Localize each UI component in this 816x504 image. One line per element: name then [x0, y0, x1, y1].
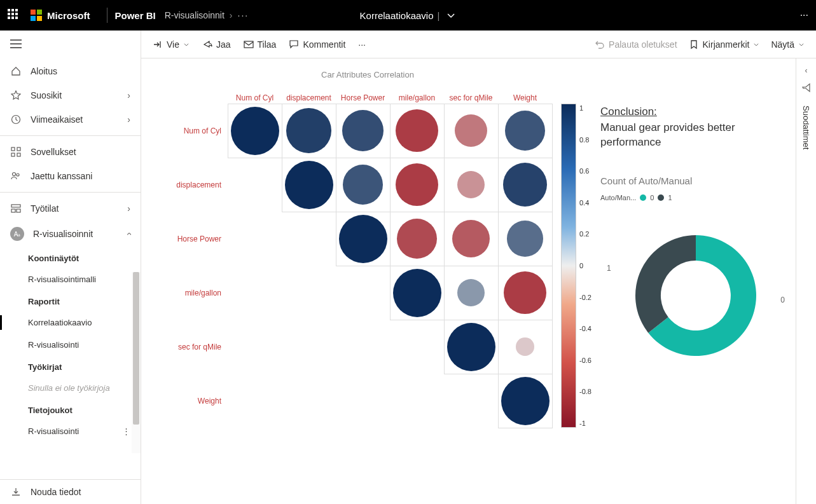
chevron-down-icon: [798, 39, 805, 50]
corr-col-label: Num of Cyl: [228, 88, 282, 104]
comment-icon: [289, 39, 299, 50]
report-title: Korrelaatiokaavio: [360, 10, 434, 21]
chevron-right-icon: ›: [127, 90, 130, 100]
nav-home[interactable]: Aloitus: [0, 59, 141, 83]
corr-dot: [447, 323, 495, 371]
chevron-down-icon[interactable]: [446, 10, 456, 20]
svg-rect-0: [31, 10, 36, 15]
corr-cell: [282, 158, 336, 212]
svg-rect-7: [11, 153, 15, 156]
download-icon: [10, 486, 22, 498]
nav-workspaces[interactable]: Työtilat ›: [0, 196, 141, 221]
nav-report-item[interactable]: R-visualisointi: [0, 334, 141, 356]
nav-report-item-selected[interactable]: Korrelaatiokaavio: [0, 311, 141, 334]
corr-dot: [396, 163, 439, 207]
people-icon: [10, 170, 22, 182]
nav-recent[interactable]: Viimeaikaiset ›: [0, 107, 141, 132]
breadcrumb-workspace[interactable]: R-visualisoinnit: [165, 10, 225, 20]
corr-dot: [286, 108, 331, 153]
nav-sidebar: Aloitus Suosikit › Viimeaikaiset › Sovel…: [0, 31, 141, 504]
corr-col-label: sec for qMile: [444, 88, 498, 104]
correlation-grid: Num of CyldisplacementHorse Powermile/ga…: [158, 88, 552, 428]
corr-cell: [444, 104, 499, 158]
nav-favorites[interactable]: Suosikit ›: [0, 83, 141, 107]
corr-cell: [444, 212, 499, 266]
corr-cell: [498, 104, 553, 158]
corr-col-label: displacement: [282, 88, 336, 104]
corr-dot: [501, 377, 550, 425]
chevron-left-icon[interactable]: ‹: [805, 66, 808, 75]
chevron-down-icon: [753, 39, 759, 50]
donut-callout-0: 0: [780, 296, 785, 304]
filter-icon: [801, 83, 812, 93]
clock-icon: [10, 114, 22, 125]
corr-cell: [444, 158, 499, 212]
share-button[interactable]: Jaa: [202, 39, 231, 50]
svg-rect-3: [37, 16, 42, 21]
chevron-right-icon: ›: [230, 10, 233, 20]
filters-label: Suodattimet: [801, 106, 811, 149]
nav-home-label: Aloitus: [31, 66, 57, 76]
svg-rect-11: [11, 205, 20, 207]
report-title-area[interactable]: Korrelaatiokaavio |: [360, 10, 457, 21]
svg-rect-5: [11, 147, 15, 151]
sidebar-scrollbar[interactable]: [132, 272, 141, 453]
undo-icon: [595, 39, 605, 50]
global-header: Microsoft Power BI R-visualisoinnit › ··…: [0, 0, 816, 31]
home-icon: [10, 65, 22, 77]
bookmarks-button[interactable]: Kirjanmerkit: [689, 39, 760, 50]
corr-row-label: Num of Cyl: [158, 104, 228, 158]
nav-dataset-item[interactable]: R-visualisointi ⋮: [0, 420, 141, 442]
corr-dot: [505, 111, 546, 151]
subscribe-button[interactable]: Tilaa: [244, 39, 277, 50]
header-more-button[interactable]: ···: [800, 10, 808, 21]
share-icon: [202, 39, 212, 50]
mail-icon: [244, 39, 254, 50]
nav-get-data[interactable]: Nouda tiedot: [0, 479, 141, 504]
nav-dashboard-item[interactable]: R-visualisointimalli: [0, 268, 141, 290]
nav-current-workspace-label: R-visualisoinnit: [33, 229, 93, 239]
corr-cell: [336, 104, 391, 158]
nav-toggle-button[interactable]: [0, 31, 141, 59]
corr-cell: [282, 104, 336, 158]
legend-swatch-0: [640, 194, 646, 201]
donut-chart[interactable]: 0 1: [619, 219, 772, 372]
nav-shared[interactable]: Jaettu kanssani: [0, 164, 141, 188]
correlation-visual[interactable]: Car Attributes Correlation Num of Cyldis…: [158, 70, 577, 504]
export-button[interactable]: Vie: [153, 39, 190, 50]
nav-apps[interactable]: Sovellukset: [0, 140, 141, 164]
corr-cell: [498, 212, 553, 266]
comments-button[interactable]: Kommentit: [289, 39, 345, 50]
main-content: Vie Jaa Tilaa Kommentit ··· Palauta olet…: [141, 31, 816, 504]
corr-dot: [342, 110, 384, 152]
donut-slice-1: [635, 235, 696, 333]
svg-rect-14: [244, 41, 253, 48]
more-vertical-icon[interactable]: ⋮: [122, 426, 130, 436]
reset-button[interactable]: Palauta oletukset: [595, 39, 677, 50]
more-icon[interactable]: ···: [238, 10, 249, 20]
microsoft-label: Microsoft: [47, 10, 90, 21]
corr-dot: [457, 279, 485, 307]
app-launcher-icon[interactable]: [8, 9, 20, 22]
nav-current-workspace[interactable]: Aₐ R-visualisoinnit ›: [0, 221, 141, 247]
export-icon: [153, 39, 163, 50]
conclusion-heading: Conclusion:: [600, 106, 791, 118]
bookmark-icon: [689, 39, 699, 50]
corr-col-label: Weight: [498, 88, 552, 104]
nav-workspaces-label: Työtilat: [31, 203, 59, 214]
svg-rect-6: [17, 147, 20, 151]
chevron-right-icon: ›: [127, 114, 130, 125]
view-button[interactable]: Näytä: [771, 39, 805, 50]
nav-favorites-label: Suosikit: [31, 90, 62, 100]
corr-row-label: mile/gallon: [158, 266, 228, 320]
svg-rect-1: [37, 10, 42, 15]
corr-cell: [390, 104, 445, 158]
workspace-current-icon: Aₐ: [10, 227, 24, 241]
filters-pane-collapsed[interactable]: ‹ Suodattimet: [796, 58, 816, 504]
corr-dot: [343, 165, 384, 205]
toolbar-more-button[interactable]: ···: [358, 39, 366, 50]
section-workbooks: Työkirjat: [0, 356, 141, 377]
svg-rect-8: [17, 153, 20, 156]
divider: [107, 8, 107, 23]
legend-swatch-1: [658, 194, 664, 201]
